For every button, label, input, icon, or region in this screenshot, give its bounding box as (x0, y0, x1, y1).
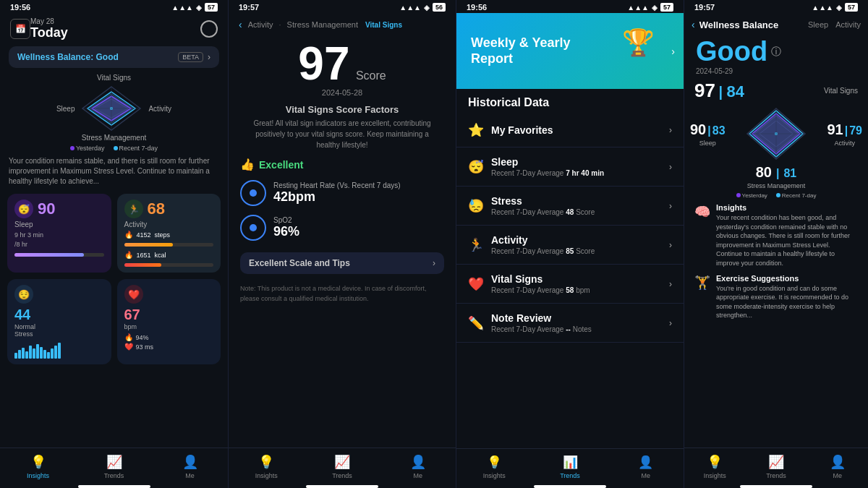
breadcrumb-activity[interactable]: Activity (248, 20, 273, 29)
stress-icon: 😌 (14, 285, 33, 304)
radar-chart (79, 83, 144, 134)
activity-hist-label: Activity (491, 234, 595, 246)
hist-item-favorites[interactable]: ⭐ My Favorites › (456, 114, 684, 147)
activity-main-p4: 91 (827, 121, 843, 138)
sleep-chevron: › (669, 162, 672, 172)
legend-p4: Yesterday Recent 7-day (684, 192, 868, 199)
status-bar-p2: 19:57 ▲▲▲ ◈ 56 (229, 0, 456, 13)
nav-me-p3[interactable]: 👤 Me (608, 449, 684, 482)
insights-icon-p4: 🧠 (694, 204, 710, 220)
home-indicator-p2 (306, 485, 378, 488)
insights-icon: 💡 (30, 454, 46, 470)
wellness-label: Wellness Balance: Good (17, 52, 119, 62)
insights-body: Your recent condition has been good, and… (716, 213, 858, 268)
steps-item: 🔥 4152 steps (124, 231, 214, 239)
vital-sub: 84 (727, 82, 744, 100)
calendar-icon[interactable]: 📅 (10, 19, 30, 39)
insights-title: Insights (716, 203, 858, 212)
signal-icon-p2: ▲▲▲ (399, 4, 421, 12)
home-indicator-p1 (78, 485, 150, 488)
nav-me-p2[interactable]: 👤 Me (380, 448, 456, 482)
spo2-text: SpO2 96% (273, 216, 299, 239)
nav-insights-p2[interactable]: 💡 Insights (229, 448, 305, 482)
hero-illustration: 🏆 (622, 27, 655, 58)
bpm-label: bpm (124, 323, 214, 330)
tab-sleep[interactable]: Sleep (808, 20, 828, 29)
p4-header: ‹ Wellness Balance Sleep Activity (684, 13, 868, 33)
hist-item-sleep[interactable]: 😴 Sleep Recent 7-Day Average 7 hr 40 min… (456, 147, 684, 187)
hist-item-activity[interactable]: 🏃 Activity Recent 7-Day Average 85 Score… (456, 226, 684, 265)
radar-bottom-label: Stress Management (82, 134, 147, 142)
status-bar-p4: 19:57 ▲▲▲ ◈ 57 (684, 0, 868, 13)
battery-p2: 56 (433, 3, 446, 12)
vital-chevron: › (669, 279, 672, 289)
stress-value: 44 (14, 307, 104, 323)
p4-header-tabs: Sleep Activity (808, 20, 861, 29)
scale-tips-row[interactable]: Excellent Scale and Tips › (240, 252, 444, 274)
bpm-value: 67 (124, 307, 214, 323)
score-desc: Great! All vital sign indicators are exc… (229, 118, 456, 150)
bpm-top: ❤️ (124, 285, 214, 304)
note-emoji: ✏️ (468, 315, 484, 331)
hist-item-stress[interactable]: 😓 Stress Recent 7-Day Average 48 Score › (456, 187, 684, 226)
nav-trends-p1[interactable]: 📈 Trends (76, 448, 152, 482)
nav-trends-label: Trends (104, 472, 124, 479)
nav-trends-p2[interactable]: 📈 Trends (305, 448, 380, 482)
date-label: May 28 Today (30, 17, 68, 40)
disclaimer: Note: This product is not a medical devi… (240, 284, 444, 304)
home-indicator-p4 (740, 485, 812, 488)
spo2-value: 96% (273, 224, 299, 239)
exercise-icon: 🏋️ (694, 275, 710, 291)
hist-item-vital[interactable]: ❤️ Vital Signs Recent 7-Day Average 58 b… (456, 265, 684, 304)
radar-top-label: Vital Signs (97, 74, 131, 82)
activity-icon: 🏃 (124, 200, 143, 218)
radar-chart-p4 (744, 105, 809, 163)
favorites-chevron: › (669, 125, 672, 135)
p3-hero[interactable]: Weekly & YearlyReport 🏆 › (456, 13, 684, 89)
sleep-side: 90 | 83 Sleep (690, 121, 726, 147)
nav-me-label-p2: Me (413, 472, 422, 479)
nav-trends-p3[interactable]: 📊 Trends (532, 449, 608, 482)
activity-label-p4: Activity (834, 140, 855, 147)
hist-item-note[interactable]: ✏️ Note Review Recent 7-Day Average -- N… (456, 304, 684, 343)
sleep-main-p4: 90 (690, 121, 706, 138)
nav-me-label-p4: Me (833, 472, 842, 479)
breadcrumb-stress[interactable]: Stress Management (287, 20, 358, 29)
nav-insights-p4[interactable]: 💡 Insights (684, 448, 746, 482)
exercise-title: Exercise Suggestions (716, 274, 858, 283)
tab-activity[interactable]: Activity (835, 20, 861, 29)
breadcrumb-current: Vital Signs (365, 21, 402, 29)
nav-insights-p3[interactable]: 💡 Insights (456, 449, 532, 482)
heart-icon: ❤️ (124, 285, 143, 304)
hr-title: Resting Heart Rate (Vs. Recent 7 days) (273, 181, 401, 189)
sleep-top: 😴 90 (14, 200, 104, 218)
bottom-nav-p3: 💡 Insights 📊 Trends 👤 Me (456, 448, 684, 482)
wifi-icon-p3: ◈ (652, 4, 658, 12)
back-arrow-p2[interactable]: ‹ (239, 19, 242, 30)
favorites-emoji: ⭐ (468, 122, 484, 138)
panel-wellness-balance: 19:56 ▲▲▲ ◈ 57 📅 May 28 Today Wellness B… (0, 0, 228, 488)
activity-side: 91 | 79 Activity (827, 121, 862, 147)
nav-insights-p1[interactable]: 💡 Insights (0, 448, 76, 482)
note-chevron: › (669, 318, 672, 328)
stress-label: Stress (14, 330, 104, 338)
hr-text: Resting Heart Rate (Vs. Recent 7 days) 4… (273, 181, 401, 205)
bpm-card: ❤️ 67 bpm 🔥 94% ❤️ 93 ms (117, 279, 221, 364)
scale-tips-arrow: › (433, 258, 435, 268)
hist-title: Historical Data (456, 89, 684, 114)
sync-icon[interactable] (200, 20, 218, 38)
stress-hist-label: Stress (491, 195, 595, 207)
bottom-nav-p4: 💡 Insights 📈 Trends 👤 Me (684, 448, 868, 482)
activity-sub-p4: 79 (849, 124, 862, 137)
nav-me-p1[interactable]: 👤 Me (152, 448, 228, 482)
panel-header-p1: 📅 May 28 Today (0, 13, 228, 43)
back-arrow-p4[interactable]: ‹ (692, 19, 695, 30)
score-num: 97 (298, 38, 349, 90)
wellness-bar[interactable]: Wellness Balance: Good BETA › (9, 46, 219, 68)
sleep-hist-sub: Recent 7-Day Average 7 hr 40 min (491, 169, 604, 177)
nav-insights-label-p3: Insights (483, 472, 506, 479)
nav-me-p4[interactable]: 👤 Me (807, 448, 868, 482)
nav-insights-label: Insights (27, 472, 49, 479)
excellent-block: 👍 Excellent (240, 158, 444, 171)
nav-trends-p4[interactable]: 📈 Trends (746, 448, 807, 482)
